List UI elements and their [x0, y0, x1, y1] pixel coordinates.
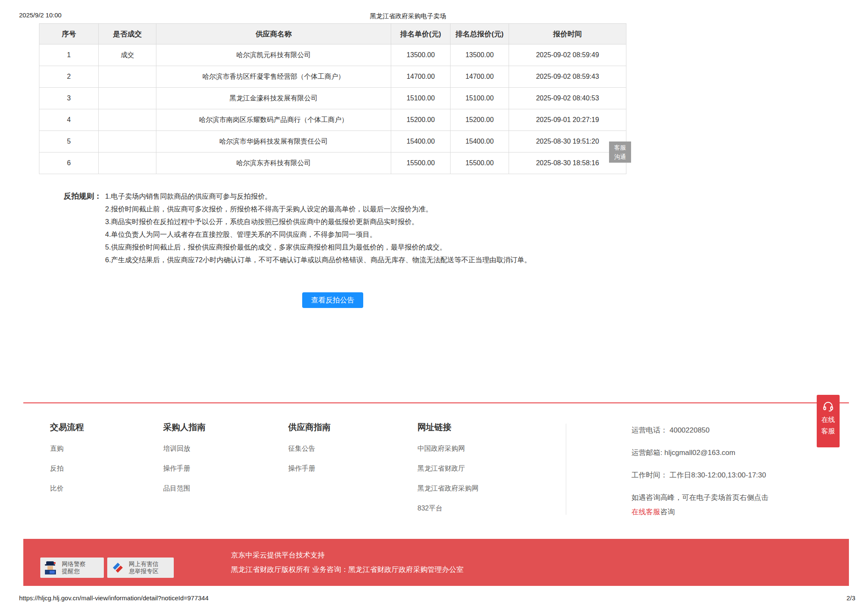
footer-vertical-divider: [566, 424, 566, 515]
footer-link-hlj-gov-procurement[interactable]: 黑龙江省政府采购网: [417, 485, 479, 492]
cell-index: 3: [39, 88, 99, 109]
cell-total-price: 14700.00: [451, 66, 509, 88]
cell-unit-price: 15100.00: [391, 88, 451, 109]
col-header-quote-time: 报价时间: [509, 24, 626, 44]
footer-link-hlj-finance[interactable]: 黑龙江省财政厅: [417, 465, 479, 472]
harmful-info-report-icon: [109, 559, 126, 576]
chat-tab-label-line1: 客服: [609, 143, 631, 152]
col-header-supplier-name: 供应商名称: [156, 24, 391, 44]
table-header-row: 序号 是否成交 供应商名称 排名单价(元) 排名总报价(元) 报价时间: [39, 24, 626, 44]
col-header-unit-price: 排名单价(元): [391, 24, 451, 44]
contact-phone: 运营电话： 4000220850: [632, 426, 822, 435]
contact-block: 运营电话： 4000220850 运营邮箱: hljcgmall02@163.c…: [632, 426, 822, 530]
rule-item: 4.单位负责人为同一人或者存在直接控股、管理关系的不同供应商，不得参加同一项目。: [105, 228, 531, 241]
print-page-number: 2/3: [846, 594, 855, 602]
cell-supplier-name: 哈尔滨市南岗区乐耀数码产品商行（个体工商户）: [156, 109, 391, 131]
table-row: 3 黑龙江金濠科技发展有限公司 15100.00 15100.00 2025-0…: [39, 88, 626, 109]
cell-supplier-name: 黑龙江金濠科技发展有限公司: [156, 88, 391, 109]
cell-index: 4: [39, 109, 99, 131]
cell-deal-status: 成交: [99, 44, 156, 66]
table-row: 2 哈尔滨市香坊区纤凝零售经营部（个体工商户） 14700.00 14700.0…: [39, 66, 626, 88]
col-header-index: 序号: [39, 24, 99, 44]
cell-deal-status: [99, 109, 156, 131]
page-title: 黑龙江省政府采购电子卖场: [0, 12, 816, 20]
cell-index: 2: [39, 66, 99, 88]
cell-index: 5: [39, 131, 99, 153]
contact-hours-value: 工作日8:30-12:00,13:00-17:30: [670, 471, 766, 479]
footer-link-training-replay[interactable]: 培训回放: [163, 445, 206, 452]
contact-note-line1: 如遇咨询高峰，可在电子卖场首页右侧点击: [632, 493, 822, 502]
footer-col-links: 网址链接 中国政府采购网 黑龙江省财政厅 黑龙江省政府采购网 832平台: [417, 422, 479, 524]
rule-item: 2.报价时间截止前，供应商可多次报价，所报价格不得高于采购人设定的最高单价，以最…: [105, 202, 531, 215]
cyber-police-badge[interactable]: 网络警察 提醒您: [40, 558, 104, 578]
cell-quote-time: 2025-09-02 08:40:53: [509, 88, 626, 109]
cell-unit-price: 13500.00: [391, 44, 451, 66]
cell-supplier-name: 哈尔滨凯元科技有限公司: [156, 44, 391, 66]
harmful-info-report-badge[interactable]: 网上有害信 息举报专区: [107, 558, 174, 578]
footer-bar-line2: 黑龙江省财政厅版权所有 业务咨询：黑龙江省财政厅政府采购管理办公室: [231, 563, 464, 577]
contact-email-label: 运营邮箱:: [632, 449, 662, 457]
cell-unit-price: 15400.00: [391, 131, 451, 153]
online-service-link[interactable]: 在线客服: [632, 508, 660, 516]
contact-note-suffix: 咨询: [660, 508, 675, 516]
footer-link-832-platform[interactable]: 832平台: [417, 505, 479, 512]
cyber-police-badge-text: 网络警察 提醒您: [62, 560, 86, 575]
cell-quote-time: 2025-08-30 19:51:20: [509, 131, 626, 153]
footer-link-collection-notice[interactable]: 征集公告: [288, 445, 331, 452]
table-row: 6 哈尔滨东齐科技有限公司 15500.00 15500.00 2025-08-…: [39, 153, 626, 174]
cell-quote-time: 2025-09-02 08:59:49: [509, 44, 626, 66]
footer-link-category-scope[interactable]: 品目范围: [163, 485, 206, 492]
cell-unit-price: 14700.00: [391, 66, 451, 88]
footer-bar-line1: 京东中采云提供平台技术支持: [231, 548, 464, 563]
cell-quote-time: 2025-09-02 08:59:43: [509, 66, 626, 88]
footer-link-operation-manual[interactable]: 操作手册: [288, 465, 331, 472]
online-service-widget[interactable]: 在线 客服: [817, 395, 840, 447]
table-row: 4 哈尔滨市南岗区乐耀数码产品商行（个体工商户） 15200.00 15200.…: [39, 109, 626, 131]
cell-total-price: 15400.00: [451, 131, 509, 153]
footer-link-operation-manual[interactable]: 操作手册: [163, 465, 206, 472]
cell-supplier-name: 哈尔滨东齐科技有限公司: [156, 153, 391, 174]
footer-col-supplier-guide: 供应商指南 征集公告 操作手册: [288, 422, 331, 485]
chat-tab-label-line2: 沟通: [609, 152, 631, 161]
table-row: 5 哈尔滨市华扬科技发展有限责任公司 15400.00 15400.00 202…: [39, 131, 626, 153]
footer-bar-text: 京东中采云提供平台技术支持 黑龙江省财政厅版权所有 业务咨询：黑龙江省财政厅政府…: [231, 548, 464, 577]
red-divider-line: [23, 402, 849, 403]
footer-link-reverse-auction[interactable]: 反拍: [50, 465, 84, 472]
footer-link-direct-purchase[interactable]: 直购: [50, 445, 84, 452]
cell-total-price: 15500.00: [451, 153, 509, 174]
footer-col-title: 交易流程: [50, 422, 84, 433]
print-url: https://hljcg.hlj.gov.cn/mall-view/infor…: [19, 594, 209, 602]
quote-ranking-table: 序号 是否成交 供应商名称 排名单价(元) 排名总报价(元) 报价时间 1 成交…: [39, 23, 626, 174]
cell-deal-status: [99, 66, 156, 88]
online-service-label-line2: 客服: [817, 425, 840, 437]
contact-email: 运营邮箱: hljcgmall02@163.com: [632, 448, 822, 458]
cell-supplier-name: 哈尔滨市香坊区纤凝零售经营部（个体工商户）: [156, 66, 391, 88]
contact-phone-value: 4000220850: [670, 426, 710, 434]
cell-quote-time: 2025-08-30 18:58:16: [509, 153, 626, 174]
rules-label: 反拍规则：: [64, 190, 102, 266]
footer-link-ccgp[interactable]: 中国政府采购网: [417, 445, 479, 452]
contact-hours-label: 工作时间：: [632, 471, 668, 479]
cell-deal-status: [99, 131, 156, 153]
cell-index: 6: [39, 153, 99, 174]
view-announcement-button[interactable]: 查看反拍公告: [302, 292, 363, 308]
cell-deal-status: [99, 88, 156, 109]
print-preview-page: 2025/9/2 10:00 黑龙江省政府采购电子卖场 序号 是否成交 供应商名…: [0, 0, 868, 613]
cell-deal-status: [99, 153, 156, 174]
cell-unit-price: 15500.00: [391, 153, 451, 174]
col-header-deal-status: 是否成交: [99, 24, 156, 44]
footer-col-title: 供应商指南: [288, 422, 331, 433]
cell-index: 1: [39, 44, 99, 66]
reverse-auction-rules: 反拍规则： 1.电子卖场内销售同款商品的供应商可参与反拍报价。 2.报价时间截止…: [64, 190, 531, 266]
footer-col-title: 采购人指南: [163, 422, 206, 433]
online-service-label-line1: 在线: [817, 414, 840, 425]
cell-unit-price: 15200.00: [391, 109, 451, 131]
footer-link-price-compare[interactable]: 比价: [50, 485, 84, 492]
customer-service-chat-tab[interactable]: 客服 沟通: [609, 141, 631, 163]
headset-icon: [822, 400, 834, 412]
cell-total-price: 13500.00: [451, 44, 509, 66]
rule-item: 5.供应商报价时间截止后，报价供应商报价最低的成交，多家供应商报价相同且为最低价…: [105, 241, 531, 253]
cell-total-price: 15100.00: [451, 88, 509, 109]
rule-item: 3.商品实时报价在反拍过程中予以公开，系统自动按照已报价供应商中的最低报价更新商…: [105, 215, 531, 228]
red-footer-bar: 网络警察 提醒您 网上有害信 息举报专区 京东中采云提供平台技术支持 黑龙江省财…: [23, 539, 849, 586]
